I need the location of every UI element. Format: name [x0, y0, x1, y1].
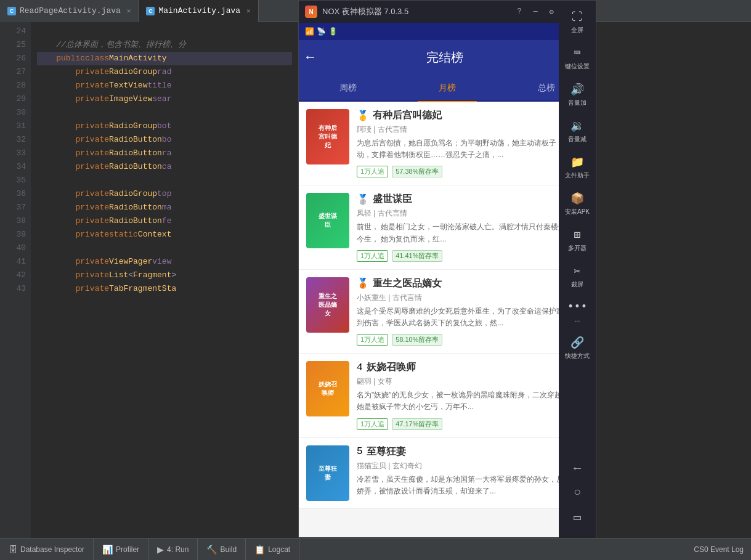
file-helper-button[interactable]: 📁 文件助手 — [561, 150, 594, 184]
bottom-toolbar: 🗄 Database Inspector 📊 Profiler ▶ 4: Run… — [0, 538, 751, 560]
book-cover-text-4: 妖娆召唤师 — [317, 380, 339, 397]
screenshot-icon: ✂ — [574, 264, 581, 278]
book-cover-1: 有种后宫叫德妃 — [306, 109, 349, 164]
tag-readers-4: 1万人追 — [357, 418, 388, 430]
settings-button[interactable]: ⚙ — [545, 6, 558, 18]
book-title-5: 至尊狂妻 — [367, 445, 406, 458]
rank-badge-3: 🥉 — [357, 277, 369, 290]
rank-badge-5: 5 — [357, 446, 363, 457]
volume-down-icon: 🔉 — [570, 119, 584, 132]
fullscreen-button[interactable]: ⛶ 全屏 — [561, 6, 594, 39]
tab-readpage[interactable]: C ReadPageActivity.java ✕ — [0, 0, 139, 22]
profiler-label: Profiler — [116, 545, 139, 554]
code-text[interactable]: //总体界面，包含书架、排行榜、分 public class MainActiv… — [31, 22, 298, 538]
volume-up-button[interactable]: 🔊 音量加 — [561, 78, 594, 112]
fullscreen-icon: ⛶ — [572, 10, 583, 23]
list-item[interactable]: 妖娆召唤师 4 妖娆召唤师 翩羽 | 女尊 名为"妖娆"的无良少女，被一枚诡异的… — [299, 354, 596, 437]
multi-opener-button[interactable]: ⊞ 多开器 — [561, 223, 594, 257]
install-apk-button[interactable]: 📦 安装APK — [561, 187, 594, 221]
list-item[interactable]: 有种后宫叫德妃 🥇 有种后宫叫德妃 阿琖 | 古代言情 为息后宫怨愤，她自愿负骂… — [299, 102, 596, 185]
multi-icon: ⊞ — [574, 228, 581, 241]
wifi-icon: 📶 — [305, 27, 314, 36]
book-info-1: 🥇 有种后宫叫德妃 阿琖 | 古代言情 为息后宫怨愤，她自愿负骂名；为平朝野动荡… — [357, 109, 588, 177]
event-log-area[interactable]: CS0 Event Log — [686, 545, 751, 554]
right-panel: ⛶ 全屏 ⌨ 键位设置 🔊 音量加 🔉 音量减 📁 文件助手 📦 安装APK ⊞… — [559, 1, 596, 538]
tab-weekly[interactable]: 周榜 — [299, 74, 398, 101]
emulator-title: NOX 夜神模拟器 7.0.3.5 — [322, 6, 508, 17]
status-bar: 📶 📡 🔋 5:07 — [299, 23, 596, 40]
keyboard-button[interactable]: ⌨ 键位设置 — [561, 41, 594, 75]
book-cover-3: 重生之医品嫡女 — [306, 277, 349, 333]
emulator-window: N NOX 夜神模拟器 7.0.3.5 ? — ⚙ ⊡ ✕ 📶 📡 🔋 5:07… — [298, 0, 596, 538]
build-button[interactable]: 🔨 Build — [198, 538, 246, 561]
line-numbers: 24 25 26 27 28 29 30 31 32 33 34 35 36 3… — [0, 22, 31, 538]
tab-monthly[interactable]: 月榜 — [398, 74, 497, 101]
code-editor: 24 25 26 27 28 29 30 31 32 33 34 35 36 3… — [0, 22, 298, 538]
book-meta-2: 凤轻 | 古代言情 — [357, 208, 588, 219]
book-rank-title-2: 🥈 盛世谋臣 — [357, 193, 588, 206]
build-icon: 🔨 — [206, 545, 217, 554]
tag-readers-2: 1万人追 — [357, 250, 388, 262]
more-label: ... — [575, 315, 580, 323]
phone-nav: ← ○ ▭ — [571, 459, 583, 534]
logcat-label: Logcat — [268, 545, 290, 554]
run-icon: ▶ — [157, 545, 164, 554]
book-cover-2: 盛世谋臣 — [306, 193, 349, 248]
database-inspector-button[interactable]: 🗄 Database Inspector — [0, 538, 94, 561]
tab-mainactivity[interactable]: C MainActivity.java ✕ — [139, 0, 258, 22]
screenshot-button[interactable]: ✂ 裁屏 — [561, 259, 594, 293]
profiler-button[interactable]: 📊 Profiler — [94, 538, 148, 561]
tab-close-mainactivity[interactable]: ✕ — [246, 7, 251, 15]
shortcut-button[interactable]: 🔗 快捷方式 — [561, 331, 594, 365]
emulator-titlebar: N NOX 夜神模拟器 7.0.3.5 ? — ⚙ ⊡ ✕ — [299, 1, 596, 23]
book-desc-1: 为息后宫怨愤，她自愿负骂名；为平朝野动荡，她主动请板子；她用行动，支撑着他制衡权… — [357, 137, 588, 161]
book-meta-4: 翩羽 | 女尊 — [357, 376, 588, 387]
minimize-button[interactable]: — — [529, 6, 542, 18]
book-desc-2: 前世， 她是相门之女，一朝沦落家破人亡。满腔才情只付秦楼楚馆。 今生， 她为复仇… — [357, 221, 588, 245]
signal-icon: 📡 — [317, 27, 326, 36]
apk-icon: 📦 — [570, 192, 584, 205]
phone-screen: 📶 📡 🔋 5:07 ← 完结榜 周榜 月榜 总榜 有种后宫叫德妃 — [299, 23, 596, 537]
book-cover-text-1: 有种后宫叫德妃 — [317, 124, 339, 150]
tab-close-readpage[interactable]: ✕ — [127, 7, 131, 15]
book-cover-text-3: 重生之医品嫡女 — [317, 292, 339, 318]
list-item[interactable]: 重生之医品嫡女 🥉 重生之医品嫡女 小妖重生 | 古代言情 这是个受尽周辱磨难的… — [299, 270, 596, 354]
event-log-label: CS0 Event Log — [694, 545, 744, 554]
volume-down-label: 音量减 — [568, 135, 587, 143]
volume-up-icon: 🔊 — [570, 83, 584, 96]
database-icon: 🗄 — [9, 545, 17, 554]
keyboard-icon: ⌨ — [574, 46, 581, 60]
list-item[interactable]: 盛世谋臣 🥈 盛世谋臣 凤轻 | 古代言情 前世， 她是相门之女，一朝沦落家破人… — [299, 185, 596, 269]
book-title-1: 有种后宫叫德妃 — [373, 109, 442, 122]
volume-up-label: 音量加 — [568, 99, 587, 107]
book-rank-title-3: 🥉 重生之医品嫡女 — [357, 277, 588, 290]
back-button[interactable]: ← — [306, 50, 314, 65]
volume-down-button[interactable]: 🔉 音量减 — [561, 114, 594, 148]
tag-rate-3: 58.10%留存率 — [392, 334, 442, 346]
book-tags-3: 1万人追 58.10%留存率 — [357, 334, 588, 346]
file-icon: 📁 — [570, 155, 584, 169]
book-rank-title-5: 5 至尊狂妻 — [357, 445, 588, 458]
tag-rate-1: 57.38%留存率 — [392, 166, 442, 177]
tab-label-mainactivity: MainActivity.java — [158, 6, 240, 15]
nox-logo: N — [305, 6, 317, 18]
tag-readers-1: 1万人追 — [357, 166, 388, 177]
help-button[interactable]: ? — [513, 6, 526, 18]
book-rank-title-1: 🥇 有种后宫叫德妃 — [357, 109, 588, 122]
book-info-2: 🥈 盛世谋臣 凤轻 | 古代言情 前世， 她是相门之女，一朝沦落家破人亡。满腔才… — [357, 193, 588, 261]
nav-recent-button[interactable]: ▭ — [571, 507, 583, 527]
more-button[interactable]: ••• ... — [561, 296, 594, 328]
tab-icon-mainactivity: C — [146, 7, 155, 15]
apk-label: 安装APK — [565, 208, 590, 216]
nav-back-button[interactable]: ← — [571, 459, 583, 478]
book-cover-4: 妖娆召唤师 — [306, 361, 349, 416]
book-rank-title-4: 4 妖娆召唤师 — [357, 361, 588, 374]
database-inspector-label: Database Inspector — [20, 545, 84, 554]
logcat-button[interactable]: 📋 Logcat — [246, 538, 299, 561]
run-button[interactable]: ▶ 4: Run — [148, 538, 198, 561]
list-item[interactable]: 至尊狂妻 5 至尊狂妻 猫猫宝贝 | 玄幻奇幻 冷若雪，虽天生痴傻，却是东池国第… — [299, 438, 596, 509]
book-title-3: 重生之医品嫡女 — [373, 277, 442, 290]
nav-home-button[interactable]: ○ — [571, 483, 583, 502]
keyboard-label: 键位设置 — [565, 62, 590, 70]
book-desc-4: 名为"妖娆"的无良少女，被一枚诡异的黑暗魔珠附身，二次穿越异世。 她是被疯子带大… — [357, 389, 588, 413]
